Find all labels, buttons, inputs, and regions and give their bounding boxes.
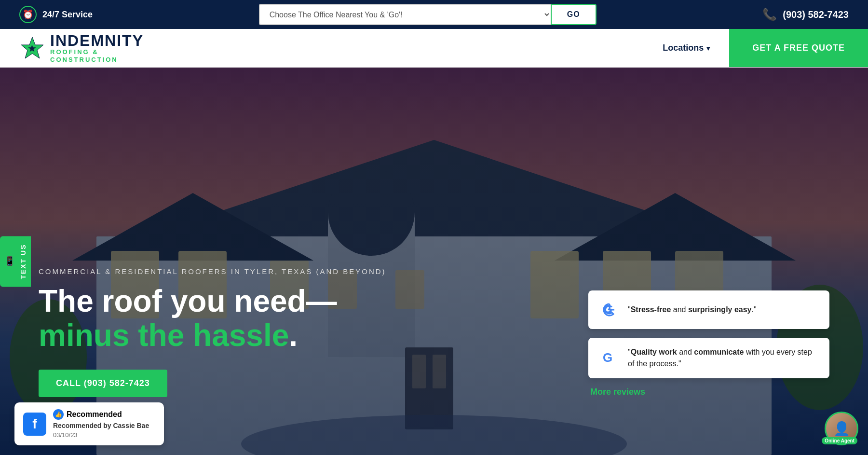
svg-text:G: G [603,302,612,317]
hero-title-line2: minus the hassle. [39,318,386,352]
clock-icon: ⏰ [19,6,37,23]
phone-number: (903) 582-7423 [783,9,849,20]
phone-info[interactable]: 📞 (903) 582-7423 [762,8,849,21]
locations-nav[interactable]: Locations ▾ [643,29,729,67]
service-info: ⏰ 24/7 Service [19,6,93,23]
thumbs-up-icon: 👍 [53,409,64,420]
top-bar: ⏰ 24/7 Service Choose The Office Nearest… [0,0,868,29]
text-us-sidebar[interactable]: 📱 TEXT US [0,236,31,287]
google-icon-2: G [599,347,620,369]
fb-date: 03/10/23 [53,431,149,439]
star-logo-icon: ★ [19,35,45,61]
facebook-widget[interactable]: f 👍 Recommended Recommended by Cassie Ba… [14,402,164,445]
review-text-1: "Stress-free and surprisingly easy." [628,304,757,316]
go-button[interactable]: GO [551,4,597,25]
brand-name: INDEMNITY [50,33,144,48]
reviews-panel: G G "Stress-free and surprisingly easy." [588,290,829,397]
facebook-icon: f [23,413,46,436]
mobile-icon: 📱 [4,256,14,267]
thumbs-up-row: 👍 Recommended [53,409,149,420]
agent-status-badge: Online Agent [822,437,857,444]
hero-title-line1: The roof you need— [39,284,386,318]
brand-sub: ROOFING &CONSTRUCTION [50,48,144,63]
recommended-label: Recommended [67,410,122,419]
recommended-by: Recommended by Cassie Bae [53,422,149,429]
logo-text: INDEMNITY ROOFING &CONSTRUCTION [50,33,144,63]
review-card-2: G "Quality work and communicate with you… [588,338,829,378]
online-agent[interactable]: 👤 Online Agent [825,412,858,445]
logo[interactable]: ★ INDEMNITY ROOFING &CONSTRUCTION [0,33,163,63]
get-quote-button[interactable]: GET A FREE QUOTE [729,29,868,67]
hero-section: 📱 TEXT US COMMERCIAL & RESIDENTIAL ROOFE… [0,68,868,455]
review-text-2: "Quality work and communicate with you e… [628,346,819,370]
text-us-label: TEXT US [19,244,27,279]
facebook-content: 👍 Recommended Recommended by Cassie Bae … [53,409,149,439]
nav-right: Locations ▾ GET A FREE QUOTE [643,29,868,67]
locations-label: Locations [663,43,704,53]
hero-subtitle: COMMERCIAL & RESIDENTIAL ROOFERS IN TYLE… [39,267,386,276]
office-selector[interactable]: Choose The Office Nearest You & 'Go'! Ty… [259,4,597,25]
chevron-down-icon: ▾ [706,44,710,52]
location-select[interactable]: Choose The Office Nearest You & 'Go'! Ty… [259,4,551,25]
nav-bar: ★ INDEMNITY ROOFING &CONSTRUCTION Locati… [0,29,868,68]
more-reviews-link[interactable]: More reviews [588,387,829,397]
hero-content: COMMERCIAL & RESIDENTIAL ROOFERS IN TYLE… [39,267,386,397]
google-icon-1: G G [599,299,620,320]
service-label: 24/7 Service [42,10,93,20]
svg-text:G: G [603,350,612,365]
svg-text:★: ★ [28,44,36,54]
call-button[interactable]: CALL (903) 582-7423 [39,370,167,397]
phone-icon: 📞 [762,8,777,21]
review-card-1: G G "Stress-free and surprisingly easy." [588,290,829,329]
